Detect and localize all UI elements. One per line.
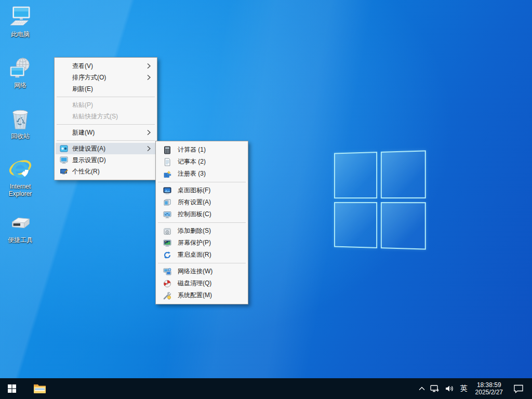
- file-explorer-button[interactable]: [28, 378, 52, 399]
- internet-explorer-icon: [8, 157, 32, 181]
- submenu-item-disk-cleanup[interactable]: 磁盘清理(Q): [157, 277, 247, 289]
- menu-separator: [57, 140, 155, 141]
- menu-item-paste[interactable]: 粘贴(P): [56, 99, 156, 111]
- menu-separator: [57, 97, 155, 97]
- submenu-item-add-remove[interactable]: 添加删除(S): [157, 225, 247, 237]
- windows-logo-pane: [334, 152, 377, 198]
- submenu-item-label: 计算器 (1): [178, 145, 206, 154]
- submenu-item-calculator[interactable]: 计算器 (1): [157, 144, 247, 156]
- submenu-item-label: 记事本 (2): [178, 157, 206, 166]
- menu-separator: [57, 124, 155, 125]
- windows-logo: [334, 150, 426, 249]
- desktop-icon-tools[interactable]: 便捷工具: [1, 211, 40, 244]
- chevron-up-icon: [419, 387, 425, 391]
- recycle-bin-icon: [8, 107, 32, 131]
- this-pc-icon: [8, 5, 32, 29]
- show-hidden-icons-button[interactable]: [416, 378, 428, 399]
- submenu-arrow-icon: [147, 130, 151, 136]
- action-center-button[interactable]: [507, 378, 530, 399]
- desktop-icon-internet-explorer[interactable]: Internet Explorer: [1, 157, 40, 197]
- menu-item-label: 粘贴快捷方式(S): [72, 112, 118, 121]
- notepad-icon: [163, 158, 171, 166]
- submenu-item-label: 重启桌面(R): [178, 250, 211, 259]
- speaker-icon: [445, 384, 454, 393]
- submenu-item-label: 控制面板(C): [178, 210, 211, 219]
- calculator-icon: [163, 146, 171, 154]
- submenu-item-label: 系统配置(M): [178, 291, 212, 300]
- windows-logo-pane: [380, 202, 425, 250]
- windows-start-icon: [8, 384, 16, 393]
- desktop-icons-icon: [163, 187, 171, 195]
- file-explorer-icon: [33, 383, 47, 394]
- quick-settings-icon: [60, 144, 68, 153]
- menu-item-label: 便捷设置(A): [72, 144, 105, 153]
- menu-item-sort[interactable]: 排序方式(O): [56, 72, 156, 83]
- menu-item-label: 查看(V): [72, 62, 93, 71]
- clock-time: 18:38:59: [477, 381, 501, 389]
- submenu-item-screen-saver[interactable]: 屏幕保护(P): [157, 237, 247, 249]
- submenu-item-notepad[interactable]: 记事本 (2): [157, 156, 247, 168]
- submenu-item-label: 磁盘清理(Q): [178, 279, 211, 288]
- submenu-item-desktop-icons[interactable]: 桌面图标(F): [157, 184, 247, 196]
- menu-separator: [158, 222, 246, 223]
- submenu-arrow-icon: [147, 146, 151, 152]
- submenu-item-label: 桌面图标(F): [178, 186, 210, 195]
- desktop-icon-this-pc[interactable]: 此电脑: [1, 5, 40, 38]
- menu-item-personalize[interactable]: 个性化(R): [56, 166, 156, 177]
- menu-item-paste-shortcut[interactable]: 粘贴快捷方式(S): [56, 111, 156, 122]
- desktop-icon-label: 网络: [14, 82, 26, 89]
- menu-separator: [158, 182, 246, 182]
- desktop-icon-network[interactable]: 网络: [1, 56, 40, 89]
- submenu-item-control-panel[interactable]: 控制面板(C): [157, 208, 247, 220]
- taskbar: 英 18:38:59 2025/2/27: [0, 378, 532, 399]
- menu-item-quick-settings[interactable]: 便捷设置(A): [56, 143, 156, 154]
- submenu-item-network-connections[interactable]: 网络连接(W): [157, 265, 247, 277]
- menu-item-label: 刷新(E): [72, 85, 93, 94]
- screen-saver-icon: [163, 239, 171, 247]
- personalize-icon: [60, 167, 68, 176]
- registry-icon: [163, 170, 171, 178]
- desktop-context-menu: 查看(V) 排序方式(O) 刷新(E) 粘贴(P) 粘贴快捷方式(S) 新建(W…: [54, 57, 157, 180]
- menu-item-view[interactable]: 查看(V): [56, 60, 156, 72]
- clock-date: 2025/2/27: [475, 389, 503, 396]
- submenu-item-all-settings[interactable]: 所有设置(A): [157, 196, 247, 208]
- menu-item-refresh[interactable]: 刷新(E): [56, 83, 156, 95]
- network-icon: [8, 56, 32, 80]
- restart-desktop-icon: [163, 251, 171, 259]
- desktop-icon-recycle-bin[interactable]: 回收站: [1, 107, 40, 140]
- quick-settings-submenu: 计算器 (1) 记事本 (2) 注册表 (3) 桌面图标(F): [155, 141, 248, 304]
- submenu-item-restart-desktop[interactable]: 重启桌面(R): [157, 249, 247, 261]
- system-tray: 英 18:38:59 2025/2/27: [416, 378, 532, 399]
- submenu-item-label: 注册表 (3): [178, 169, 206, 178]
- menu-item-label: 新建(W): [72, 128, 95, 137]
- notification-icon: [513, 384, 524, 393]
- tools-drive-icon: [8, 211, 32, 235]
- submenu-item-label: 网络连接(W): [178, 267, 212, 276]
- network-status-icon: [430, 384, 440, 393]
- menu-item-label: 排序方式(O): [72, 73, 106, 82]
- desktop-icon-label: Internet Explorer: [1, 183, 40, 197]
- all-settings-icon: [163, 198, 171, 207]
- system-config-icon: [163, 291, 171, 300]
- menu-separator: [158, 263, 246, 263]
- submenu-item-label: 添加删除(S): [178, 227, 211, 235]
- network-connections-icon: [163, 268, 171, 276]
- add-remove-icon: [163, 227, 171, 235]
- windows-logo-pane: [334, 202, 377, 248]
- windows-logo-pane: [380, 150, 425, 198]
- menu-item-new[interactable]: 新建(W): [56, 127, 156, 138]
- volume-tray-button[interactable]: [442, 378, 457, 399]
- submenu-item-label: 屏幕保护(P): [178, 238, 211, 247]
- taskbar-clock[interactable]: 18:38:59 2025/2/27: [471, 378, 507, 399]
- menu-item-display-settings[interactable]: 显示设置(D): [56, 154, 156, 166]
- disk-cleanup-icon: [163, 280, 171, 288]
- menu-item-label: 粘贴(P): [72, 101, 93, 110]
- network-tray-button[interactable]: [428, 378, 442, 399]
- menu-item-label: 显示设置(D): [72, 156, 106, 165]
- start-button[interactable]: [0, 378, 24, 399]
- desktop-icon-label: 回收站: [11, 132, 30, 140]
- language-indicator[interactable]: 英: [457, 378, 471, 399]
- submenu-item-registry[interactable]: 注册表 (3): [157, 168, 247, 180]
- submenu-item-system-config[interactable]: 系统配置(M): [157, 289, 247, 301]
- control-panel-icon: [163, 210, 171, 219]
